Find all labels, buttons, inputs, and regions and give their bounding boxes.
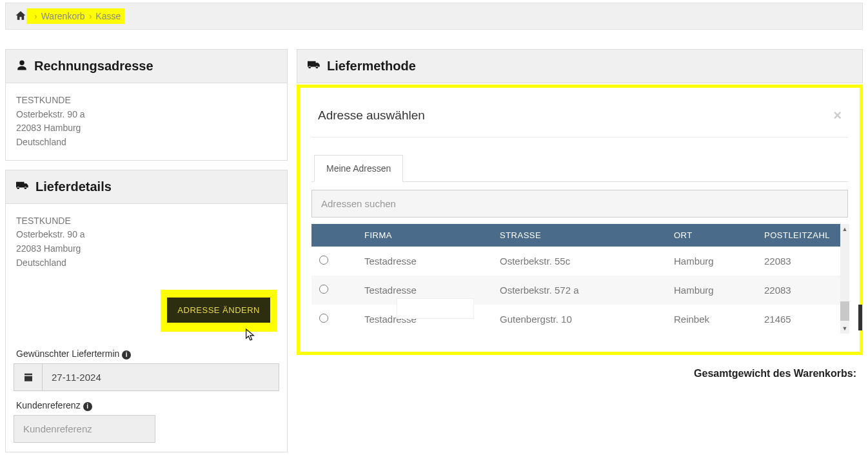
table-row[interactable]: Testadresse Osterbekstr. 55c Hamburg 220… [311,247,848,276]
table-row[interactable]: Testadresse Gutenbergstr. 10 Reinbek 214… [311,305,848,334]
scrollbar[interactable]: ▲ ▼ [840,224,849,334]
scroll-up-icon[interactable]: ▲ [840,224,849,234]
address-radio[interactable] [319,314,328,323]
delivery-date-label: Gewünschter Liefertermin i [16,349,279,359]
customer-ref-input[interactable] [14,415,155,443]
delivery-country: Deutschland [16,256,277,270]
billing-street: Osterbekstr. 90 a [16,108,277,122]
scroll-down-icon[interactable]: ▼ [840,323,849,334]
address-radio[interactable] [319,256,328,265]
billing-name: TESTKUNDE [16,94,277,108]
breadcrumb: › Warenkorb › Kasse [5,3,863,30]
billing-cityline: 22083 Hamburg [16,121,277,136]
info-icon[interactable]: i [122,350,131,359]
delivery-method-header: Liefermethode [297,49,863,83]
redaction-strip [397,298,474,319]
tab-my-addresses[interactable]: Meine Adressen [314,155,403,182]
address-select-modal: Adresse auswählen × Meine Adressen FIRMA… [297,85,863,355]
close-icon[interactable]: × [833,107,842,124]
address-search-input[interactable] [311,190,848,217]
col-strasse: STRASSE [492,224,666,247]
delivery-title: Lieferdetails [35,179,112,194]
chevron-right-icon: › [34,11,37,21]
breadcrumb-cart[interactable]: Warenkorb [41,11,85,21]
billing-country: Deutschland [16,136,277,150]
col-plz: POSTLEITZAHL [756,224,848,247]
billing-title: Rechnungsadresse [34,59,153,74]
address-table: FIRMA STRASSE ORT POSTLEITZAHL Testadres… [311,224,848,334]
home-icon[interactable] [15,10,26,23]
col-ort: ORT [666,224,756,247]
delivery-method-title: Liefermethode [327,59,416,74]
cart-weight-label: Gesamtgewicht des Warenkorbs: [297,355,863,383]
truck-icon [16,181,29,192]
calendar-icon[interactable] [14,363,42,391]
delivery-details-panel: Lieferdetails TESTKUNDE Osterbekstr. 90 … [5,170,288,452]
scroll-thumb[interactable] [840,301,849,321]
table-row[interactable]: Testadresse Osterbekstr. 572 a Hamburg 2… [311,276,848,305]
modal-title: Adresse auswählen [318,108,425,123]
breadcrumb-checkout[interactable]: Kasse [95,11,121,21]
customer-ref-label: Kundenreferenz i [16,400,279,411]
col-firma: FIRMA [357,224,492,247]
user-icon [16,59,28,73]
info-icon[interactable]: i [83,402,92,411]
side-indicator [858,305,862,330]
delivery-date-input[interactable] [42,363,279,391]
delivery-cityline: 22083 Hamburg [16,242,277,256]
delivery-name: TESTKUNDE [16,214,277,228]
chevron-right-icon: › [89,11,92,21]
address-radio[interactable] [319,285,328,294]
delivery-street: Osterbekstr. 90 a [16,228,277,242]
billing-address-panel: Rechnungsadresse TESTKUNDE Osterbekstr. … [5,49,288,161]
change-address-button[interactable]: ADRESSE ÄNDERN [167,298,270,323]
truck-icon [308,61,321,72]
